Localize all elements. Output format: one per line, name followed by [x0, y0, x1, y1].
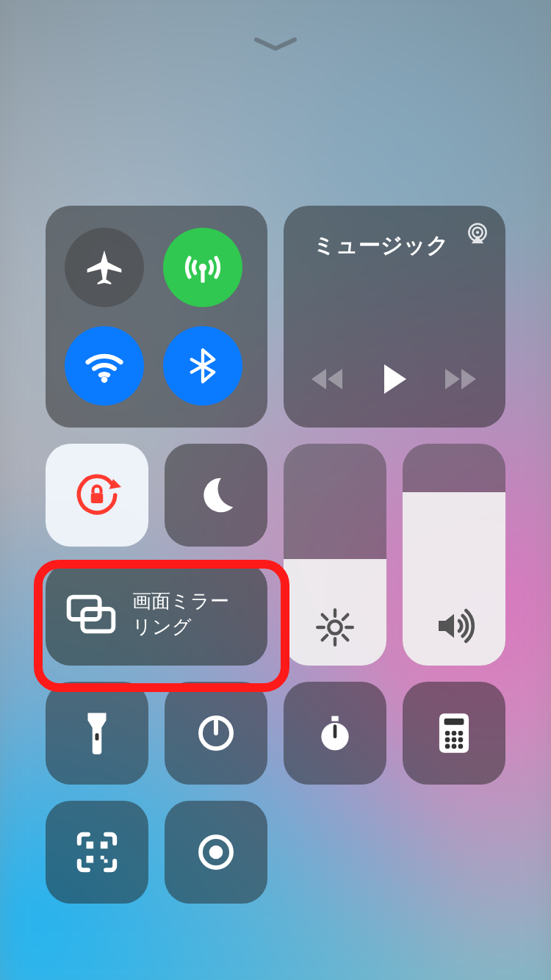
svg-rect-35 — [101, 842, 108, 849]
cellular-icon — [180, 245, 226, 290]
timer-icon — [195, 713, 237, 754]
svg-point-29 — [452, 738, 457, 743]
svg-line-13 — [343, 635, 348, 641]
connectivity-group — [46, 206, 267, 428]
do-not-disturb-toggle[interactable] — [165, 444, 267, 547]
rewind-button[interactable] — [310, 364, 345, 394]
svg-point-27 — [458, 731, 464, 736]
play-button[interactable] — [378, 361, 411, 397]
control-center: ミュージック — [46, 206, 505, 904]
svg-line-15 — [343, 615, 348, 620]
svg-rect-18 — [96, 733, 99, 741]
bluetooth-icon — [184, 347, 222, 385]
play-icon — [378, 361, 411, 397]
svg-point-5 — [476, 231, 479, 234]
svg-point-32 — [452, 744, 457, 749]
moon-icon — [195, 475, 237, 516]
chevron-down-icon[interactable] — [253, 37, 298, 51]
stopwatch-icon — [314, 713, 356, 754]
media-title: ミュージック — [313, 231, 449, 261]
airplane-mode-toggle[interactable] — [65, 228, 144, 307]
svg-point-26 — [452, 731, 457, 736]
bluetooth-toggle[interactable] — [163, 326, 242, 406]
cellular-data-toggle[interactable] — [163, 228, 242, 307]
svg-rect-21 — [331, 716, 338, 721]
svg-rect-1 — [201, 270, 204, 283]
screen-mirroring-button[interactable]: 画面ミラーリング — [46, 563, 267, 666]
svg-point-31 — [445, 744, 450, 749]
screen-record-button[interactable] — [165, 801, 267, 904]
svg-point-25 — [445, 731, 450, 736]
media-transport-controls — [300, 361, 489, 414]
airplane-icon — [84, 247, 125, 288]
svg-line-12 — [323, 615, 328, 620]
orientation-lock-icon — [73, 471, 121, 519]
svg-rect-34 — [87, 842, 94, 849]
brightness-icon — [316, 608, 354, 646]
timer-button[interactable] — [165, 682, 267, 785]
svg-line-14 — [323, 635, 328, 641]
airplay-icon[interactable] — [463, 219, 492, 248]
forward-button[interactable] — [444, 364, 479, 394]
svg-point-30 — [458, 738, 464, 743]
svg-rect-6 — [91, 493, 104, 503]
flashlight-icon — [81, 711, 113, 755]
svg-rect-38 — [104, 860, 108, 863]
svg-point-33 — [458, 744, 464, 749]
media-controls-group[interactable]: ミュージック — [284, 206, 505, 428]
svg-point-28 — [445, 738, 450, 743]
screen-record-icon — [195, 832, 237, 873]
orientation-lock-toggle[interactable] — [46, 444, 148, 547]
svg-point-40 — [209, 846, 223, 860]
flashlight-button[interactable] — [46, 682, 148, 785]
stopwatch-button[interactable] — [284, 682, 386, 785]
screen-mirroring-label: 画面ミラーリング — [132, 588, 229, 640]
wifi-icon — [82, 344, 126, 388]
forward-icon — [444, 364, 479, 394]
screen-mirror-icon — [65, 594, 118, 635]
rewind-icon — [310, 364, 345, 394]
qr-scan-button[interactable] — [46, 801, 148, 904]
calculator-button[interactable] — [403, 682, 505, 785]
volume-slider[interactable] — [403, 444, 505, 666]
svg-rect-24 — [444, 718, 464, 725]
volume-icon — [433, 605, 475, 646]
qr-scan-icon — [76, 831, 118, 873]
svg-point-7 — [328, 621, 341, 633]
svg-point-2 — [101, 376, 108, 383]
calculator-icon — [436, 712, 472, 754]
svg-rect-36 — [87, 856, 94, 863]
svg-rect-37 — [101, 856, 104, 860]
brightness-slider[interactable] — [284, 444, 386, 666]
wifi-toggle[interactable] — [65, 326, 144, 406]
